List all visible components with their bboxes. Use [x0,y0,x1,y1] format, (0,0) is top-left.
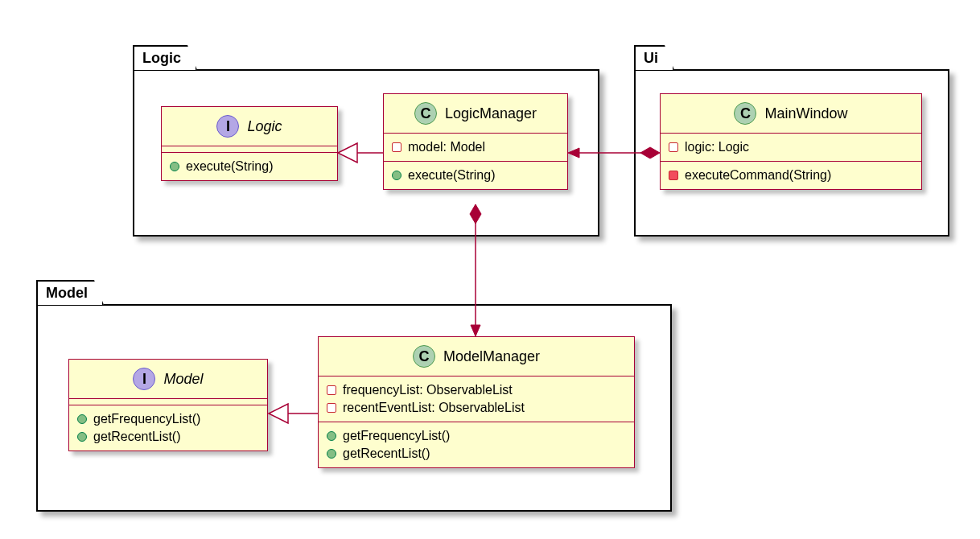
field-sig: logic: Logic [685,140,749,154]
class-logic-interface: I Logic execute(String) [161,106,338,181]
method-row: getRecentList() [327,445,626,463]
method-sig: execute(String) [408,168,496,183]
method-row: execute(String) [170,158,329,175]
field-sig: model: Model [408,140,485,154]
visibility-private-icon [669,142,678,152]
visibility-public-icon [77,432,87,442]
method-sig: getFrequencyList() [343,429,450,443]
field-sig: recentEventList: ObservableList [343,401,525,415]
class-model-interface: I Model getFrequencyList() getRecentList… [68,359,268,451]
visibility-private-icon [392,142,401,152]
visibility-private-icon [327,403,336,413]
interface-icon: I [216,115,239,138]
class-icon: C [413,345,435,368]
class-title-model: Model [163,371,203,388]
method-sig: execute(String) [186,159,274,174]
class-model-manager: C ModelManager frequencyList: Observable… [318,336,635,468]
field-row: model: Model [392,138,559,156]
class-title-mainwindow: MainWindow [764,105,847,122]
class-title-modelmanager: ModelManager [443,348,540,365]
field-sig: frequencyList: ObservableList [343,383,513,397]
method-sig: executeCommand(String) [685,168,831,183]
method-sig: getFrequencyList() [93,412,200,426]
visibility-public-icon [327,449,336,459]
method-row: getFrequencyList() [327,427,626,445]
field-row: logic: Logic [669,138,913,156]
method-row: getFrequencyList() [77,410,259,428]
package-ui-tab: Ui [634,45,674,70]
class-title-logic: Logic [247,118,282,135]
interface-icon: I [133,368,155,390]
class-icon: C [734,102,756,125]
visibility-private-filled-icon [669,171,678,180]
package-logic-tab: Logic [133,45,197,70]
visibility-public-icon [392,171,401,180]
visibility-public-icon [327,431,336,441]
visibility-public-icon [170,162,179,171]
visibility-private-icon [327,385,336,395]
method-row: execute(String) [392,167,559,184]
class-main-window: C MainWindow logic: Logic executeCommand… [660,93,922,190]
field-row: frequencyList: ObservableList [327,381,626,399]
package-model-tab: Model [36,280,104,305]
method-row: getRecentList() [77,428,259,446]
class-logic-manager: C LogicManager model: Model execute(Stri… [383,93,568,190]
method-sig: getRecentList() [93,430,181,444]
method-sig: getRecentList() [343,446,430,461]
class-icon: C [414,102,437,125]
class-title-logicmanager: LogicManager [445,105,537,122]
method-row: executeCommand(String) [669,167,913,184]
field-row: recentEventList: ObservableList [327,399,626,417]
visibility-public-icon [77,414,87,424]
